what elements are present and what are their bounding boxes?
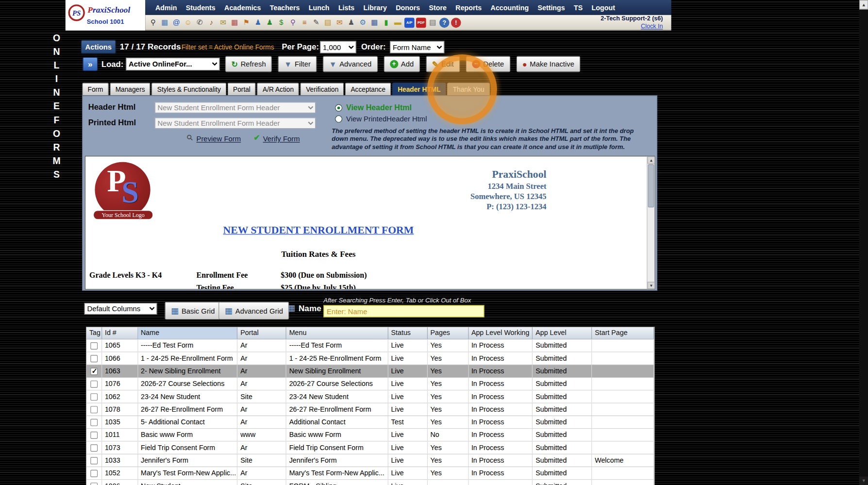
row-checkbox[interactable] — [90, 469, 98, 477]
view-header-html-radio[interactable] — [335, 104, 342, 112]
preview-scrollbar-thumb[interactable] — [648, 164, 654, 207]
phone-icon[interactable]: ✆ — [195, 17, 205, 28]
table-row[interactable]: 1006New StudentSiteFORM - SiblingLiveSub… — [86, 480, 654, 485]
page-scroll-down-icon[interactable]: ▼ — [859, 477, 868, 485]
print-icon[interactable]: ▤ — [428, 17, 438, 28]
nav-item-students[interactable]: Students — [182, 3, 220, 11]
nav-item-lists[interactable]: Lists — [334, 3, 359, 11]
megaphone-icon[interactable]: ⚑ — [241, 17, 251, 28]
speaker-icon[interactable]: ♪ — [206, 17, 217, 28]
scroll-down-icon[interactable]: ▼ — [648, 282, 655, 289]
nav-item-library[interactable]: Library — [359, 3, 391, 11]
make-inactive-button[interactable]: ●Make Inactive — [516, 56, 580, 72]
advanced-filter-button[interactable]: ▼Advanced — [323, 56, 378, 72]
money-icon[interactable]: $ — [276, 17, 286, 28]
basic-grid-button[interactable]: ▦ Basic Grid — [165, 302, 221, 320]
printed-html-select[interactable]: New Student Enrollment Form Header — [155, 117, 316, 129]
column-header-tag[interactable]: Tag — [86, 327, 102, 339]
nav-item-lunch[interactable]: Lunch — [304, 3, 334, 11]
per-page-select[interactable]: 1,000 — [320, 41, 356, 53]
burger-icon[interactable]: ≡ — [300, 17, 310, 28]
row-checkbox[interactable] — [90, 444, 98, 452]
nav-item-accounting[interactable]: Accounting — [486, 3, 533, 11]
smiley-icon[interactable]: ☺ — [183, 17, 193, 28]
page-scroll-up-icon[interactable]: ▲ — [859, 0, 868, 9]
row-checkbox[interactable] — [90, 483, 98, 485]
load-select[interactable]: Active OnlineFor... — [126, 58, 219, 70]
at-icon[interactable]: @ — [171, 17, 182, 28]
view-printed-header-radio[interactable] — [335, 116, 342, 123]
column-header-name[interactable]: Name — [138, 327, 237, 339]
person-search-icon[interactable]: ⚲ — [288, 17, 298, 28]
verify-form-link[interactable]: Verify Form — [263, 135, 300, 143]
table-row[interactable]: 1073Field Trip Consent FormArField Trip … — [86, 442, 654, 454]
column-header-menu[interactable]: Menu — [286, 327, 388, 339]
column-header-pages[interactable]: Pages — [428, 327, 468, 339]
calendar-grid-icon[interactable]: ▦ — [160, 17, 170, 28]
search-icon[interactable]: ⚲ — [148, 17, 158, 28]
ap-icon[interactable]: A/P — [404, 17, 415, 28]
row-checkbox[interactable] — [90, 380, 98, 387]
nav-item-reports[interactable]: Reports — [451, 3, 486, 11]
alarm-icon[interactable]: ! — [451, 17, 461, 28]
pdf-icon[interactable]: PDF — [416, 17, 426, 28]
row-checkbox[interactable] — [90, 457, 98, 464]
tab-portal[interactable]: Portal — [228, 83, 256, 95]
tab-a-r-action[interactable]: A/R Action — [257, 83, 300, 95]
help-icon[interactable]: ? — [439, 17, 450, 28]
row-checkbox[interactable] — [90, 393, 98, 401]
mail-send-icon[interactable]: ✉ — [334, 17, 345, 28]
ticket-icon[interactable]: ▤ — [323, 17, 333, 28]
spreadsheet-icon[interactable]: ▦ — [369, 17, 380, 28]
refresh-button[interactable]: ↻Refresh — [225, 56, 272, 72]
column-header-start-page[interactable]: Start Page — [592, 327, 654, 339]
row-checkbox[interactable] — [90, 406, 98, 413]
column-header-app-level[interactable]: App Level — [533, 327, 592, 339]
table-row[interactable]: 10661 - 24-25 Re-Enrollment FormAr1 - 24… — [86, 352, 654, 365]
clock-in-link[interactable]: Clock In — [641, 22, 663, 30]
nav-item-donors[interactable]: Donors — [391, 3, 424, 11]
row-checkbox[interactable] — [90, 355, 98, 362]
person-icon[interactable]: ♟ — [346, 17, 356, 28]
order-select[interactable]: Form Name — [390, 41, 444, 53]
table-row[interactable]: 1065-----Ed Test FormAr-----Ed Test Form… — [86, 339, 654, 352]
table-row[interactable]: 1033Jennifer's FormSiteJennifer's FormLi… — [86, 454, 654, 467]
table-row[interactable]: 10762026-27 Course SelectionsAr2026-27 C… — [86, 378, 654, 390]
columns-select[interactable]: Default Columns — [84, 303, 157, 315]
nav-item-store[interactable]: Store — [424, 3, 451, 11]
preview-form-link[interactable]: Preview Form — [197, 135, 241, 143]
envelope-icon[interactable]: ✉ — [218, 17, 228, 28]
person-add-icon[interactable]: ♟ — [253, 17, 263, 28]
preview-scrollbar[interactable]: ▲ ▼ — [647, 156, 654, 289]
row-checkbox[interactable] — [90, 342, 98, 349]
tab-form[interactable]: Form — [82, 83, 109, 95]
column-header-app-level-working[interactable]: App Level Working — [468, 327, 533, 339]
row-checkbox[interactable] — [90, 418, 98, 426]
header-html-select[interactable]: New Student Enrollment Form Header — [155, 102, 316, 113]
nav-item-ts[interactable]: TS — [569, 3, 587, 11]
calendar-icon[interactable]: ▦ — [230, 17, 240, 28]
table-row[interactable]: 1052Mary's Test Form-New Applic...ArMary… — [86, 467, 654, 480]
column-header-portal[interactable]: Portal — [238, 327, 286, 339]
table-row[interactable]: 107826-27 Re-Enrollment FormAr26-27 Re-E… — [86, 403, 654, 416]
nav-item-teachers[interactable]: Teachers — [266, 3, 304, 11]
filter-button[interactable]: ▼Filter — [278, 56, 317, 72]
nav-item-logout[interactable]: Logout — [587, 3, 619, 11]
notes-icon[interactable]: ✎ — [311, 17, 321, 28]
advanced-grid-button[interactable]: ▦ Advanced Grid — [218, 302, 289, 320]
table-row[interactable]: 1011Basic www FormwwwBasic www FormLiveN… — [86, 429, 654, 441]
gear-icon[interactable]: ⚙ — [358, 17, 368, 28]
nav-item-admin[interactable]: Admin — [151, 3, 182, 11]
cash-icon[interactable]: ▬ — [393, 17, 403, 28]
add-button[interactable]: +Add — [384, 56, 419, 72]
tab-styles-functionality[interactable]: Styles & Functionality — [151, 83, 226, 95]
page-scrollbar[interactable]: ▲ ▼ — [859, 0, 868, 485]
tab-verification[interactable]: Verification — [300, 83, 344, 95]
column-header-id[interactable]: Id # — [102, 327, 138, 339]
name-search-input[interactable] — [323, 305, 484, 317]
expand-button[interactable]: » — [83, 57, 98, 71]
table-row[interactable]: 10632- New Sibling EnrollmentArNew Sibli… — [86, 365, 654, 378]
people-icon[interactable]: ♟ — [265, 17, 275, 28]
row-checkbox[interactable] — [90, 368, 98, 375]
battery-icon[interactable]: ▮ — [381, 17, 391, 28]
